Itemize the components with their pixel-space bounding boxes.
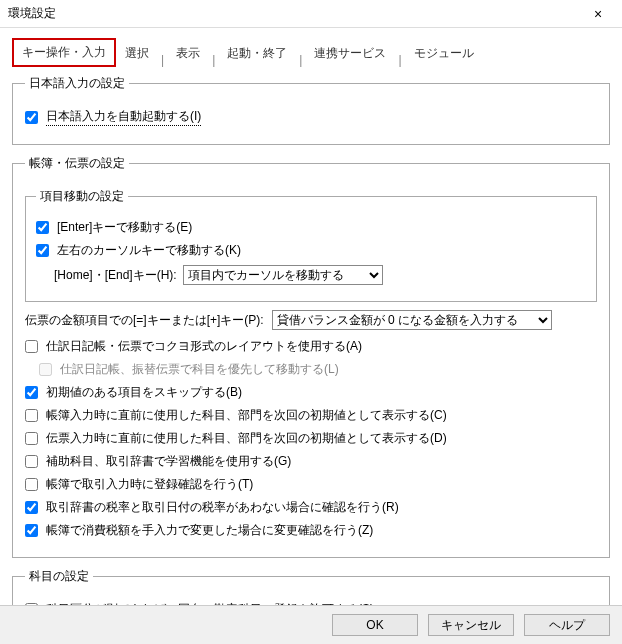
arrow-move-checkbox[interactable] bbox=[36, 244, 49, 257]
taxchange-confirm-label[interactable]: 帳簿で消費税額を手入力で変更した場合に変更確認を行う(Z) bbox=[25, 522, 597, 539]
tab-display[interactable]: 表示 bbox=[167, 40, 209, 67]
enter-move-checkbox[interactable] bbox=[36, 221, 49, 234]
help-button[interactable]: ヘルプ bbox=[524, 614, 610, 636]
tab-strip: キー操作・入力 選択 | 表示 | 起動・終了 | 連携サービス | モジュール bbox=[12, 38, 610, 67]
taxrate-confirm-label[interactable]: 取引辞書の税率と取引日付の税率があわない場合に確認を行う(R) bbox=[25, 499, 597, 516]
home-end-label: [Home]・[End]キー(H): bbox=[54, 267, 177, 284]
amount-combo[interactable]: 貸借バランス金額が 0 になる金額を入力する bbox=[272, 310, 552, 330]
taxrate-confirm-text: 取引辞書の税率と取引日付の税率があわない場合に確認を行う(R) bbox=[46, 499, 399, 516]
kokuyo-layout-label[interactable]: 仕訳日記帳・伝票でコクヨ形式のレイアウトを使用する(A) bbox=[25, 338, 597, 355]
home-end-row: [Home]・[End]キー(H): 項目内でカーソルを移動する bbox=[36, 265, 586, 285]
register-confirm-checkbox[interactable] bbox=[25, 478, 38, 491]
tab-separator: | bbox=[296, 53, 305, 67]
skip-default-text: 初期値のある項目をスキップする(B) bbox=[46, 384, 242, 401]
move-legend: 項目移動の設定 bbox=[36, 188, 128, 205]
tab-separator: | bbox=[209, 53, 218, 67]
titlebar: 環境設定 × bbox=[0, 0, 622, 28]
prefer-account-label: 仕訳日記帳、振替伝票で科目を優先して移動する(L) bbox=[39, 361, 597, 378]
amount-label: 伝票の金額項目での[=]キーまたは[+]キー(P): bbox=[25, 312, 264, 329]
slip-last-used-text: 伝票入力時に直前に使用した科目、部門を次回の初期値として表示する(D) bbox=[46, 430, 447, 447]
tab-select[interactable]: 選択 bbox=[116, 40, 158, 67]
tab-separator: | bbox=[158, 53, 167, 67]
ledger-last-used-checkbox[interactable] bbox=[25, 409, 38, 422]
window-title: 環境設定 bbox=[8, 5, 56, 22]
arrow-move-label[interactable]: 左右のカーソルキーで移動する(K) bbox=[36, 242, 586, 259]
arrow-move-text: 左右のカーソルキーで移動する(K) bbox=[57, 242, 241, 259]
register-confirm-text: 帳簿で取引入力時に登録確認を行う(T) bbox=[46, 476, 253, 493]
button-bar: OK キャンセル ヘルプ bbox=[0, 605, 622, 644]
book-group: 帳簿・伝票の設定 項目移動の設定 [Enter]キーで移動する(E) 左右のカー… bbox=[12, 155, 610, 558]
amount-row: 伝票の金額項目での[=]キーまたは[+]キー(P): 貸借バランス金額が 0 に… bbox=[25, 310, 597, 330]
tab-separator: | bbox=[395, 53, 404, 67]
enter-move-label[interactable]: [Enter]キーで移動する(E) bbox=[36, 219, 586, 236]
ime-autostart-label[interactable]: 日本語入力を自動起動する(I) bbox=[25, 108, 597, 126]
learning-text: 補助科目、取引辞書で学習機能を使用する(G) bbox=[46, 453, 291, 470]
learning-checkbox[interactable] bbox=[25, 455, 38, 468]
close-icon[interactable]: × bbox=[578, 6, 618, 22]
prefer-account-checkbox bbox=[39, 363, 52, 376]
taxchange-confirm-text: 帳簿で消費税額を手入力で変更した場合に変更確認を行う(Z) bbox=[46, 522, 373, 539]
tab-module[interactable]: モジュール bbox=[405, 40, 483, 67]
ime-legend: 日本語入力の設定 bbox=[25, 75, 129, 92]
enter-move-text: [Enter]キーで移動する(E) bbox=[57, 219, 192, 236]
slip-last-used-checkbox[interactable] bbox=[25, 432, 38, 445]
ime-autostart-checkbox[interactable] bbox=[25, 111, 38, 124]
ledger-last-used-label[interactable]: 帳簿入力時に直前に使用した科目、部門を次回の初期値として表示する(C) bbox=[25, 407, 597, 424]
taxrate-confirm-checkbox[interactable] bbox=[25, 501, 38, 514]
learning-label[interactable]: 補助科目、取引辞書で学習機能を使用する(G) bbox=[25, 453, 597, 470]
client-area: キー操作・入力 選択 | 表示 | 起動・終了 | 連携サービス | モジュール… bbox=[0, 28, 622, 637]
move-group: 項目移動の設定 [Enter]キーで移動する(E) 左右のカーソルキーで移動する… bbox=[25, 188, 597, 302]
account-legend: 科目の設定 bbox=[25, 568, 93, 585]
ok-button[interactable]: OK bbox=[332, 614, 418, 636]
cancel-button[interactable]: キャンセル bbox=[428, 614, 514, 636]
tab-startup[interactable]: 起動・終了 bbox=[218, 40, 296, 67]
tab-key-input[interactable]: キー操作・入力 bbox=[12, 38, 116, 67]
register-confirm-label[interactable]: 帳簿で取引入力時に登録確認を行う(T) bbox=[25, 476, 597, 493]
kokuyo-layout-checkbox[interactable] bbox=[25, 340, 38, 353]
ime-group: 日本語入力の設定 日本語入力を自動起動する(I) bbox=[12, 75, 610, 145]
ime-autostart-text: 日本語入力を自動起動する(I) bbox=[46, 108, 201, 126]
home-end-combo[interactable]: 項目内でカーソルを移動する bbox=[183, 265, 383, 285]
prefer-account-text: 仕訳日記帳、振替伝票で科目を優先して移動する(L) bbox=[60, 361, 339, 378]
taxchange-confirm-checkbox[interactable] bbox=[25, 524, 38, 537]
kokuyo-layout-text: 仕訳日記帳・伝票でコクヨ形式のレイアウトを使用する(A) bbox=[46, 338, 362, 355]
tab-link-service[interactable]: 連携サービス bbox=[305, 40, 395, 67]
book-legend: 帳簿・伝票の設定 bbox=[25, 155, 129, 172]
skip-default-checkbox[interactable] bbox=[25, 386, 38, 399]
skip-default-label[interactable]: 初期値のある項目をスキップする(B) bbox=[25, 384, 597, 401]
slip-last-used-label[interactable]: 伝票入力時に直前に使用した科目、部門を次回の初期値として表示する(D) bbox=[25, 430, 597, 447]
ledger-last-used-text: 帳簿入力時に直前に使用した科目、部門を次回の初期値として表示する(C) bbox=[46, 407, 447, 424]
